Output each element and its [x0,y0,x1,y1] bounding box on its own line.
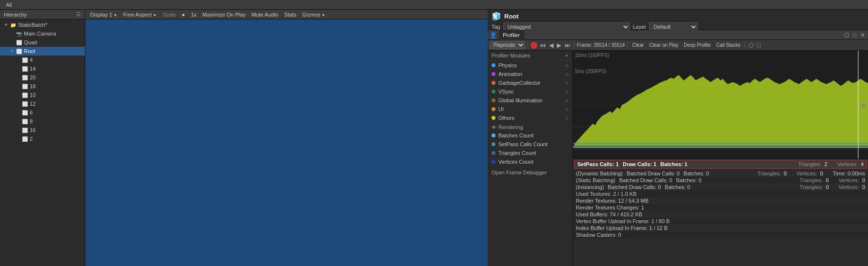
deep-profile-btn[interactable]: Deep Profile [682,42,712,48]
prev-btn[interactable]: ◀ [548,42,554,49]
item18-label: 18 [30,83,36,89]
instancing-label: (Instancing) [576,184,604,190]
maximize-on-play[interactable]: Maximize On Play [200,12,248,18]
record-button[interactable] [531,42,537,49]
profiler-chart-area[interactable]: 10ms (100FPS) 5ms (200FPS) [573,51,868,159]
dynamic-batching-label: (Dynamic Batching) [576,171,623,176]
tree-item-12[interactable]: ⬜12 [0,99,85,108]
prev-frame-btn[interactable]: ⏮ [539,42,547,49]
clear-btn[interactable]: Clear [630,42,646,48]
module-vertices[interactable]: Vertices Count [488,157,572,166]
toolbar-popout-icon[interactable]: ⬡ [748,42,754,49]
stats-row-render-textures: Render Textures: 12 / 54.3 MB [573,197,868,204]
item4-label: 4 [30,57,33,63]
ui-dot [492,107,495,111]
chart-scroll-right[interactable]: ▶ [862,101,867,109]
close-icon[interactable]: ✕ [859,32,866,38]
module-animation[interactable]: Animation ≡ [488,70,572,78]
stats-highlight-row: SetPass Calls: 1 Draw Calls: 1 Batches: … [574,160,867,169]
tag-label: Tag [492,24,500,30]
top-bar-all[interactable]: All [3,2,15,8]
used-buffers-label: Used Buffers: 74 / 410.2 KB [576,211,642,217]
module-physics[interactable]: Physics ≡ [488,61,572,70]
maximize-icon[interactable]: □ [852,32,857,38]
tree-item-18[interactable]: ⬜18 [0,82,85,91]
stats-right: Triangles:2 Vertices:4 [798,161,864,167]
draw-calls: Draw Calls: 1 [623,161,656,167]
next-btn[interactable]: ▶ [556,42,562,49]
next-frame-btn[interactable]: ⏭ [564,42,572,49]
tree-item-14[interactable]: ⬜14 [0,64,85,73]
animation-menu[interactable]: ≡ [566,72,569,77]
popout-icon[interactable]: ⬡ [843,32,850,38]
tree-item-6[interactable]: ⬜6 [0,108,85,117]
tree-item-staticbatch[interactable]: ▼ 📁 StaticBatch* [0,20,85,29]
scene-panel: Display 1 Free Aspect Scale ● 1x Maximiz… [85,10,488,266]
display-dropdown[interactable]: Display 1 [88,12,119,18]
item14-icon: ⬜ [21,65,28,72]
tree-item-16[interactable]: ⬜16 [0,126,85,134]
item18-icon: ⬜ [21,83,28,90]
stats-row-ib-upload: Index Buffer Upload In Frame: 1 / 12 B [573,225,868,231]
quad-label: Quad [24,39,37,45]
gi-menu[interactable]: ≡ [566,98,569,103]
module-vsync[interactable]: VSync ≡ [488,87,572,96]
modules-header[interactable]: Profiler Modules [488,51,572,61]
mute-audio[interactable]: Mute Audio [250,12,280,18]
svg-rect-4 [573,143,868,144]
item16-icon: ⬜ [21,127,28,133]
triangles-count-label: Triangles Count [498,150,536,156]
tree-item-2[interactable]: ⬜2 [0,134,85,143]
tree-item-20[interactable]: ⬜20 [0,73,85,82]
module-gc[interactable]: GarbageCollector ≡ [488,78,572,87]
gizmos-dropdown[interactable]: Gizmos [300,12,327,18]
frame-info: Frame: 35514 / 35514 [577,42,625,48]
stats-row-static: (Static Batching) Batched Draw Calls: 0 … [573,177,868,184]
root-icon: ⬜ [16,48,22,55]
item20-label: 20 [30,75,36,80]
aspect-dropdown[interactable]: Free Aspect [121,12,158,18]
time-value: Time: 0.00ms [833,171,865,176]
profiler-tab-bar: 👤 Profiler ⬡ □ ✕ [488,30,868,40]
triangles-dot [492,151,495,155]
playmode-select[interactable]: Playmode [490,41,525,49]
gc-menu[interactable]: ≡ [566,80,569,86]
item10-label: 10 [30,92,36,98]
hierarchy-menu-icon[interactable]: ☰ [76,11,81,18]
item16-label: 16 [30,127,36,133]
tree-item-10[interactable]: ⬜10 [0,91,85,99]
ui-label: UI [498,106,504,112]
toolbar-sep4 [745,42,745,49]
tree-item-quad[interactable]: ⬜ Quad [0,38,85,47]
module-setpass[interactable]: SetPass Calls Count [488,140,572,149]
module-batches[interactable]: Batches Count [488,131,572,140]
profiler-tab[interactable]: Profiler [499,30,524,40]
module-others[interactable]: Others ≡ [488,114,572,122]
scene-view [85,19,488,266]
tri-value: 2 [825,161,828,167]
stats-row-instancing: (Instancing) Batched Draw Calls: 0 Batch… [573,184,868,190]
physics-menu[interactable]: ≡ [566,63,569,68]
item12-label: 12 [30,101,36,107]
tree-item-8[interactable]: ⬜8 [0,117,85,126]
hierarchy-panel: Hierarchy ☰ ▼ 📁 StaticBatch* 📷 Main Came… [0,10,85,266]
tree-item-root[interactable]: ▼ ⬜ Root [0,47,85,56]
module-triangles[interactable]: Triangles Count [488,149,572,157]
module-gi[interactable]: Global Illumination ≡ [488,96,572,105]
toolbar-maximize-icon[interactable]: □ [756,42,761,49]
tree-item-maincamera[interactable]: 📷 Main Camera [0,29,85,38]
clear-on-play-btn[interactable]: Clear on Play [647,42,680,48]
others-menu[interactable]: ≡ [566,115,569,121]
ui-menu[interactable]: ≡ [566,107,569,112]
vsync-menu[interactable]: ≡ [566,89,569,95]
tree-item-4[interactable]: ⬜4 [0,56,85,64]
vertices-dot [492,160,495,164]
module-ui[interactable]: UI ≡ [488,105,572,114]
staticbatch-icon: 📁 [10,21,17,28]
scale-slider[interactable]: ● [180,12,187,18]
open-frame-debugger-side[interactable]: Open Frame Debugger [488,168,572,177]
rendering-section: 👁 Rendering [488,122,572,131]
call-stacks-btn[interactable]: Call Stacks [714,42,742,48]
vb-upload-label: Vertex Buffer Upload In Frame: 1 / 80 B [576,218,670,224]
stats-btn[interactable]: Stats [282,12,298,18]
